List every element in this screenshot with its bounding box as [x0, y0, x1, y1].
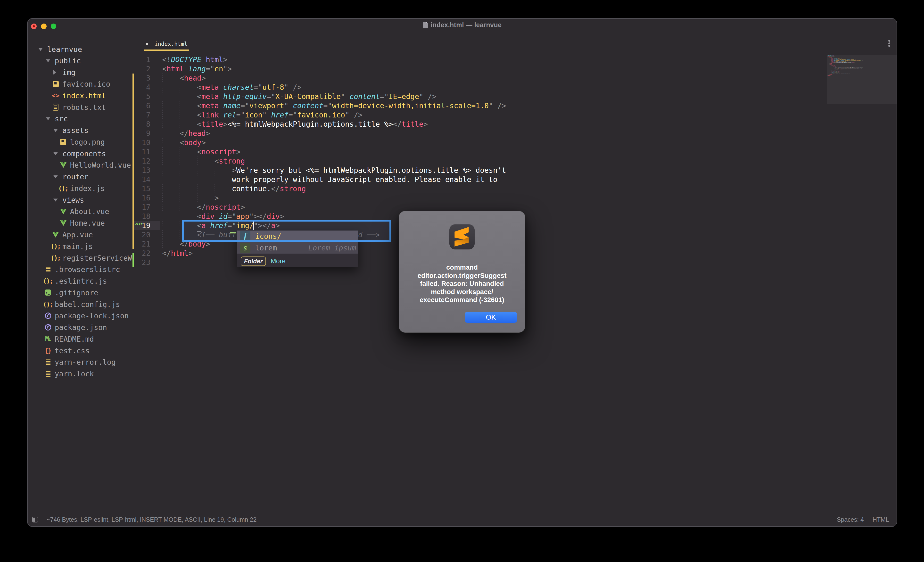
- list-file-icon: [43, 357, 53, 367]
- chevron-down-icon[interactable]: [38, 48, 43, 51]
- line-number: 15: [120, 184, 150, 193]
- markdown-file-icon: M↓: [43, 334, 53, 344]
- line-number: 13: [120, 166, 150, 175]
- sidebar-item-label: main.js: [62, 242, 93, 250]
- sidebar-item-helloworld-vue[interactable]: HelloWorld.vue: [28, 159, 133, 171]
- status-syntax[interactable]: HTML: [873, 516, 889, 523]
- sidebar-item-package-lock-json[interactable]: package-lock.json: [28, 310, 133, 322]
- sidebar-item-components[interactable]: components: [28, 148, 133, 159]
- sidebar-item-learnvue[interactable]: learnvue: [28, 43, 133, 55]
- chevron-down-icon[interactable]: [53, 152, 58, 155]
- autocomplete-detail: Lorem ipsum: [308, 244, 356, 252]
- sidebar-item-favicon-ico[interactable]: favicon.ico: [28, 78, 133, 90]
- line-number: 18: [120, 212, 150, 221]
- sidebar-item-label: router: [62, 172, 88, 181]
- line-number: 1: [120, 55, 150, 64]
- line-number: 12: [120, 156, 150, 166]
- sidebar-item-app-vue[interactable]: App.vue: [28, 229, 133, 240]
- sidebar-item-label: .gitignore: [55, 288, 98, 297]
- sidebar-item-img[interactable]: img: [28, 66, 133, 78]
- sidebar-item--eslintrc-js[interactable]: ();.eslintrc.js: [28, 275, 133, 287]
- sidebar-item-label: About.vue: [70, 207, 109, 216]
- tab-overflow-menu-icon[interactable]: [885, 39, 893, 48]
- sidebar-item-readme-md[interactable]: M↓README.md: [28, 333, 133, 345]
- chevron-down-icon[interactable]: [46, 117, 50, 120]
- status-bar: ~746 Bytes, LSP-eslint, LSP-html, INSERT…: [28, 516, 897, 526]
- more-link[interactable]: More: [270, 258, 286, 265]
- sidebar-item-registerserviceworker-js[interactable]: ();registerServiceWorker.js: [28, 252, 133, 264]
- kind-snippet-icon: s: [240, 243, 250, 253]
- autocomplete-footer: Folder More: [237, 253, 358, 267]
- sublime-text-window: index.html — learnvue index.html learnvu…: [28, 19, 897, 526]
- sidebar-item-views[interactable]: views: [28, 194, 133, 206]
- sidebar-item-about-vue[interactable]: About.vue: [28, 206, 133, 217]
- sidebar-item-router[interactable]: router: [28, 171, 133, 183]
- sidebar-item--browserslistrc[interactable]: .browserslistrc: [28, 264, 133, 275]
- autocomplete-label: lorem: [255, 244, 277, 252]
- status-indent[interactable]: Spaces: 4: [837, 516, 864, 523]
- code-line-15: continue.</strong: [162, 184, 306, 193]
- chevron-down-icon[interactable]: [53, 129, 58, 132]
- sidebar-item-label: yarn-error.log: [55, 358, 116, 366]
- sidebar-item-public[interactable]: public: [28, 55, 133, 67]
- text-doc-file-icon: [50, 102, 61, 112]
- line-number: 7: [120, 110, 150, 120]
- line-number: 10: [120, 138, 150, 147]
- active-tab-underline: [144, 49, 189, 51]
- dialog-message-line: method workspace/: [399, 288, 525, 296]
- file-tree-sidebar: learnvuepublicimgfavicon.ico<>index.html…: [28, 42, 133, 430]
- minimap[interactable]: <!DOCTYPE html><html lang="en"> <head> <…: [827, 55, 865, 78]
- sidebar-item-test-css[interactable]: {}test.css: [28, 345, 133, 357]
- sidebar-toggle-icon[interactable]: [32, 517, 38, 523]
- js-file-icon: ();: [43, 276, 53, 286]
- dialog-message-line: command: [399, 263, 525, 271]
- sidebar-item-label: Home.vue: [70, 219, 105, 227]
- sidebar-item-label: index.html: [62, 91, 106, 100]
- sidebar-item--gitignore[interactable]: >_.gitignore: [28, 287, 133, 298]
- vue-file-icon: [58, 160, 69, 170]
- sidebar-item-robots-txt[interactable]: robots.txt: [28, 102, 133, 113]
- tab-index-html[interactable]: index.html: [154, 41, 188, 47]
- code-line-9: </head>: [162, 129, 210, 138]
- image-file-icon: [58, 137, 69, 147]
- ok-button[interactable]: OK: [465, 312, 517, 323]
- chevron-down-icon[interactable]: [46, 60, 50, 62]
- sidebar-item-assets[interactable]: assets: [28, 124, 133, 136]
- sidebar-item-label: assets: [62, 126, 88, 135]
- sidebar-item-logo-png[interactable]: logo.png: [28, 136, 133, 148]
- line-number: 14: [120, 175, 150, 184]
- sidebar-item-babel-config-js[interactable]: ();babel.config.js: [28, 298, 133, 310]
- code-line-5: <meta http-equiv="X-UA-Compatible" conte…: [162, 92, 436, 101]
- sidebar-item-label: public: [55, 57, 81, 65]
- sidebar-item-src[interactable]: src: [28, 113, 133, 124]
- sidebar-item-yarn-error-log[interactable]: yarn-error.log: [28, 357, 133, 368]
- code-line-4: <meta charset="utf-8" />: [162, 83, 302, 92]
- sidebar-item-label: babel.config.js: [55, 300, 120, 309]
- sidebar-item-package-json[interactable]: package.json: [28, 322, 133, 333]
- line-number: 6: [120, 101, 150, 110]
- css-file-icon: {}: [43, 346, 53, 355]
- sidebar-item-home-vue[interactable]: Home.vue: [28, 217, 133, 229]
- dialog-message: commandeditor.action.triggerSuggestfaile…: [399, 263, 525, 304]
- tab-modified-dot: [146, 43, 148, 45]
- line-number: 22: [120, 249, 150, 258]
- sidebar-item-main-js[interactable]: ();main.js: [28, 240, 133, 252]
- sidebar-item-yarn-lock[interactable]: yarn.lock: [28, 368, 133, 379]
- chevron-down-icon[interactable]: [53, 175, 58, 178]
- code-line-11: <noscript>: [162, 147, 241, 156]
- sidebar-item-label: .eslintrc.js: [55, 277, 107, 285]
- window-title: index.html — learnvue: [431, 21, 501, 29]
- js-file-icon: ();: [50, 253, 61, 263]
- image-file-icon: [50, 79, 61, 89]
- chevron-right-icon[interactable]: [53, 70, 56, 75]
- dialog-message-line: editor.action.triggerSuggest: [399, 271, 525, 280]
- autocomplete-item-lorem[interactable]: s lorem Lorem ipsum: [237, 242, 358, 253]
- code-line-2: <html lang="en">: [162, 64, 232, 73]
- kind-filter-chip[interactable]: Folder: [241, 256, 266, 266]
- code-line-1: <!DOCTYPE html>: [162, 55, 228, 64]
- code-line-17: </noscript>: [162, 202, 245, 212]
- sidebar-item-label: favicon.ico: [62, 80, 110, 88]
- chevron-down-icon[interactable]: [53, 198, 58, 201]
- sidebar-item-index-html[interactable]: <>index.html: [28, 90, 133, 102]
- sidebar-item-index-js[interactable]: ();index.js: [28, 183, 133, 194]
